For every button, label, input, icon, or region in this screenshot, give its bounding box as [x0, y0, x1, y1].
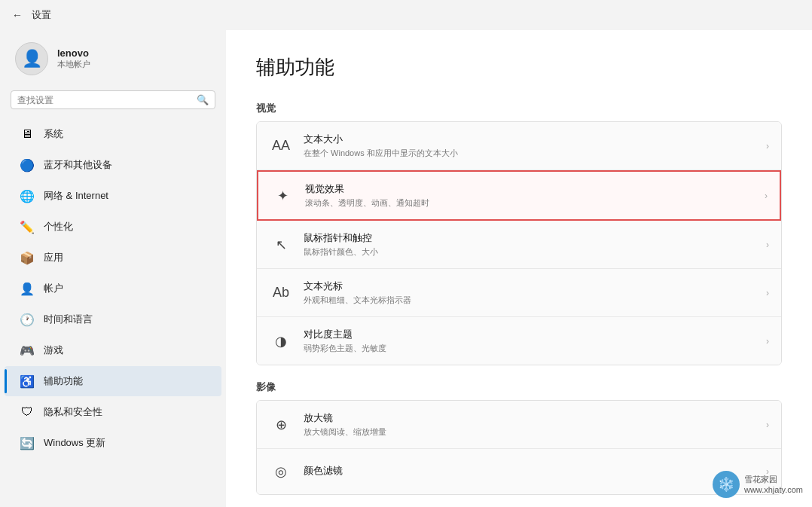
sidebar: 👤 lenovo 本地帐户 🔍 🖥 系统 🔵 蓝牙和其他设备 🌐 网络 & In…	[0, 30, 226, 507]
item-text-text-size: 文本大小 在整个 Windows 和应用中显示的文本大小	[304, 133, 756, 159]
section-vision: 视觉 AA 文本大小 在整个 Windows 和应用中显示的文本大小 › ✦ 视…	[256, 102, 782, 365]
nav-icon-network: 🌐	[20, 188, 35, 203]
nav-icon-apps: 📦	[20, 250, 35, 265]
watermark-icon: ❄️	[718, 476, 734, 493]
item-title-color-filter: 颜色滤镜	[304, 464, 756, 478]
user-info: lenovo 本地帐户	[57, 47, 90, 70]
content-area: 辅助功能 视觉 AA 文本大小 在整个 Windows 和应用中显示的文本大小 …	[226, 30, 812, 507]
back-button[interactable]: ←	[12, 9, 23, 21]
item-title-mouse-pointer: 鼠标指针和触控	[304, 231, 756, 245]
title-bar-title: 设置	[32, 8, 51, 22]
item-title-magnifier: 放大镜	[304, 411, 756, 425]
item-text-color-filter: 颜色滤镜	[304, 464, 756, 479]
nav-label-apps: 应用	[44, 251, 63, 264]
sidebar-item-accounts[interactable]: 👤 帐户	[5, 273, 221, 304]
sidebar-item-windows-update[interactable]: 🔄 Windows 更新	[5, 428, 221, 458]
nav-label-privacy: 隐私和安全性	[44, 405, 102, 419]
sidebar-item-bluetooth[interactable]: 🔵 蓝牙和其他设备	[5, 150, 221, 180]
item-icon-mouse-pointer: ↖	[269, 233, 293, 257]
chevron-icon-contrast-theme: ›	[766, 336, 769, 347]
sidebar-item-gaming[interactable]: 🎮 游戏	[5, 335, 221, 365]
item-text-magnifier: 放大镜 放大镜阅读、缩放增量	[304, 411, 756, 438]
nav-icon-windows-update: 🔄	[20, 435, 35, 450]
main-layout: 👤 lenovo 本地帐户 🔍 🖥 系统 🔵 蓝牙和其他设备 🌐 网络 & In…	[0, 30, 812, 507]
nav-icon-bluetooth: 🔵	[20, 157, 35, 173]
item-title-contrast-theme: 对比度主题	[304, 328, 756, 341]
settings-item-text-size[interactable]: AA 文本大小 在整个 Windows 和应用中显示的文本大小 ›	[257, 122, 781, 170]
nav-label-gaming: 游戏	[44, 344, 63, 357]
section-imaging: 影像 ⊕ 放大镜 放大镜阅读、缩放增量 › ◎ 颜色滤镜 ›	[256, 380, 782, 495]
item-title-text-cursor: 文本光标	[304, 279, 756, 293]
item-icon-text-size: AA	[269, 134, 293, 158]
user-profile[interactable]: 👤 lenovo 本地帐户	[0, 30, 226, 90]
item-desc-text-size: 在整个 Windows 和应用中显示的文本大小	[304, 148, 756, 159]
sidebar-item-personalization[interactable]: ✏️ 个性化	[5, 212, 221, 242]
sidebar-item-accessibility[interactable]: ♿ 辅助功能	[5, 366, 221, 396]
nav-label-accounts: 帐户	[44, 282, 63, 295]
sidebar-item-time[interactable]: 🕐 时间和语言	[5, 304, 221, 334]
settings-item-text-cursor[interactable]: Ab 文本光标 外观和粗细、文本光标指示器 ›	[257, 269, 781, 317]
chevron-icon-text-size: ›	[766, 141, 769, 151]
nav-items-container: 🖥 系统 🔵 蓝牙和其他设备 🌐 网络 & Internet ✏️ 个性化 📦 …	[0, 118, 226, 459]
section-label-vision: 视觉	[256, 102, 782, 115]
nav-label-network: 网络 & Internet	[44, 189, 108, 203]
item-icon-contrast-theme: ◑	[269, 329, 293, 353]
item-text-visual-effects: 视觉效果 滚动条、透明度、动画、通知超时	[305, 182, 754, 209]
nav-label-bluetooth: 蓝牙和其他设备	[44, 158, 112, 172]
item-icon-color-filter: ◎	[269, 460, 293, 484]
watermark-text: 雪花家园 www.xhjaty.com	[744, 474, 803, 496]
nav-label-personalization: 个性化	[44, 220, 73, 234]
item-desc-mouse-pointer: 鼠标指针颜色、大小	[304, 246, 756, 258]
settings-item-mouse-pointer[interactable]: ↖ 鼠标指针和触控 鼠标指针颜色、大小 ›	[257, 221, 781, 269]
nav-label-time: 时间和语言	[44, 313, 93, 326]
sidebar-item-system[interactable]: 🖥 系统	[5, 119, 221, 149]
item-title-visual-effects: 视觉效果	[305, 182, 754, 196]
item-text-mouse-pointer: 鼠标指针和触控 鼠标指针颜色、大小	[304, 231, 756, 258]
search-box[interactable]: 🔍	[11, 90, 215, 109]
chevron-icon-magnifier: ›	[766, 420, 769, 430]
item-desc-contrast-theme: 弱势彩色主题、光敏度	[304, 343, 756, 354]
nav-icon-time: 🕐	[20, 312, 35, 327]
settings-item-color-filter[interactable]: ◎ 颜色滤镜 ›	[257, 449, 781, 494]
settings-item-magnifier[interactable]: ⊕ 放大镜 放大镜阅读、缩放增量 ›	[257, 401, 781, 449]
sidebar-item-apps[interactable]: 📦 应用	[5, 243, 221, 273]
settings-list-vision: AA 文本大小 在整个 Windows 和应用中显示的文本大小 › ✦ 视觉效果…	[256, 121, 782, 365]
settings-list-imaging: ⊕ 放大镜 放大镜阅读、缩放增量 › ◎ 颜色滤镜 ›	[256, 400, 782, 495]
nav-icon-accessibility: ♿	[20, 374, 35, 389]
item-icon-text-cursor: Ab	[269, 281, 293, 305]
nav-label-windows-update: Windows 更新	[44, 436, 105, 450]
chevron-icon-visual-effects: ›	[765, 191, 768, 201]
item-title-text-size: 文本大小	[304, 133, 756, 146]
nav-label-system: 系统	[44, 127, 63, 141]
settings-item-contrast-theme[interactable]: ◑ 对比度主题 弱势彩色主题、光敏度 ›	[257, 317, 781, 365]
nav-icon-personalization: ✏️	[20, 219, 35, 234]
search-icon: 🔍	[197, 94, 209, 105]
avatar: 👤	[15, 42, 48, 75]
nav-icon-accounts: 👤	[20, 281, 35, 296]
item-text-text-cursor: 文本光标 外观和粗细、文本光标指示器	[304, 279, 756, 306]
chevron-icon-text-cursor: ›	[766, 288, 769, 298]
sidebar-item-network[interactable]: 🌐 网络 & Internet	[5, 181, 221, 211]
nav-icon-system: 🖥	[20, 127, 35, 142]
page-title: 辅助功能	[256, 54, 782, 81]
chevron-icon-mouse-pointer: ›	[766, 240, 769, 250]
search-input[interactable]	[17, 95, 192, 105]
user-name: lenovo	[57, 47, 90, 59]
section-label-imaging: 影像	[256, 380, 782, 394]
watermark: ❄️ 雪花家园 www.xhjaty.com	[713, 471, 803, 498]
nav-label-accessibility: 辅助功能	[44, 374, 83, 388]
item-desc-magnifier: 放大镜阅读、缩放增量	[304, 426, 756, 438]
item-desc-visual-effects: 滚动条、透明度、动画、通知超时	[305, 197, 754, 209]
item-icon-magnifier: ⊕	[269, 413, 293, 437]
sidebar-item-privacy[interactable]: 🛡 隐私和安全性	[5, 397, 221, 427]
watermark-logo: ❄️	[713, 471, 740, 498]
item-text-contrast-theme: 对比度主题 弱势彩色主题、光敏度	[304, 328, 756, 354]
nav-icon-gaming: 🎮	[20, 343, 35, 358]
watermark-url: www.xhjaty.com	[744, 484, 803, 495]
item-desc-text-cursor: 外观和粗细、文本光标指示器	[304, 295, 756, 306]
item-icon-visual-effects: ✦	[270, 184, 295, 208]
watermark-name: 雪花家园	[744, 474, 803, 484]
nav-icon-privacy: 🛡	[20, 405, 35, 420]
settings-item-visual-effects[interactable]: ✦ 视觉效果 滚动条、透明度、动画、通知超时 ›	[257, 170, 781, 221]
sections-container: 视觉 AA 文本大小 在整个 Windows 和应用中显示的文本大小 › ✦ 视…	[256, 102, 782, 495]
